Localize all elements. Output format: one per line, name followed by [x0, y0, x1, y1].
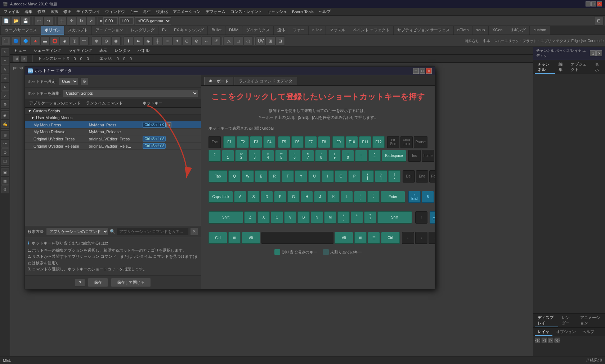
show-manip[interactable]: ⚙ — [1, 185, 9, 193]
key-q[interactable]: Q — [228, 170, 241, 183]
key-num4[interactable]: 4End — [408, 191, 421, 203]
ipr-render[interactable]: ▦ — [1, 177, 9, 185]
key-enter[interactable]: Enter — [381, 191, 405, 203]
universal-manip[interactable]: ⊕ — [1, 100, 9, 108]
menu-visualize[interactable]: 視覚化 — [154, 8, 170, 15]
edit-hotkey-select[interactable]: Custom Scripts アプリケーションのコマンド — [63, 89, 198, 97]
key-h[interactable]: H — [301, 191, 313, 203]
key-i[interactable]: I — [322, 170, 334, 183]
gamma-select[interactable]: sRGB gamma — [135, 17, 171, 24]
tab-display[interactable]: 表示 — [592, 61, 604, 74]
tab-layer-help[interactable]: ヘルプ — [579, 328, 597, 336]
lighting-menu[interactable]: ライティング — [66, 47, 94, 54]
table-row[interactable]: Original UVediter Release originalUVEdit… — [25, 143, 201, 150]
tab-dmm[interactable]: DMM — [225, 26, 242, 35]
key-right[interactable]: → — [429, 232, 435, 244]
dialog-close[interactable]: ✕ — [426, 68, 432, 74]
hist-btn[interactable]: ⊟ — [594, 16, 604, 26]
menu-file[interactable]: ファイル — [1, 8, 22, 15]
key-f12[interactable]: F12 — [372, 136, 385, 148]
poly-pipe[interactable]: ◫ — [70, 36, 79, 46]
key-j[interactable]: J — [314, 191, 326, 203]
key-f7[interactable]: F7 — [305, 136, 317, 148]
key-0[interactable]: )0 — [342, 150, 354, 162]
key-g[interactable]: G — [287, 191, 300, 203]
key-win-left[interactable]: ⊞ — [228, 232, 241, 244]
tab-display-layer[interactable]: ディスプレイ — [535, 314, 558, 327]
snap-point[interactable]: ⊙ — [1, 148, 9, 156]
bridge-btn[interactable]: ⬌ — [134, 36, 143, 46]
key-k[interactable]: K — [327, 191, 340, 203]
key-7[interactable]: &7 — [302, 150, 314, 162]
key-pause[interactable]: Pause — [414, 136, 427, 148]
key-semicolon[interactable]: :; — [354, 191, 366, 203]
key-left[interactable]: ← — [402, 232, 414, 244]
key-ctrl-left[interactable]: Ctrl — [209, 232, 227, 244]
key-shift-right[interactable]: Shift — [377, 211, 412, 224]
extrude-btn[interactable]: ⬆ — [124, 36, 133, 46]
tab-subdivision[interactable]: サブディビジョン サーフェス — [394, 26, 453, 35]
move-btn[interactable]: ✛ — [67, 16, 76, 26]
tab-anim-layer[interactable]: アニメーション — [577, 314, 604, 327]
new-btn[interactable]: 📄 — [1, 16, 11, 26]
bevel-btn[interactable]: ◈ — [143, 36, 153, 46]
flip-btn[interactable]: ↔ — [202, 36, 211, 46]
tab-paint-effects[interactable]: ペイント エフェクト — [349, 26, 393, 35]
key-num1[interactable]: 1End — [430, 211, 435, 224]
key-9[interactable]: (9 — [328, 150, 341, 162]
key-w[interactable]: W — [242, 170, 254, 183]
menu-constraint[interactable]: コンストレイント — [228, 8, 264, 15]
key-equals[interactable]: += — [368, 150, 381, 162]
menu-deform[interactable]: デフォーム — [203, 8, 228, 15]
menu-create[interactable]: 作成 — [35, 8, 48, 15]
key-p[interactable]: P — [348, 170, 360, 183]
poly-torus[interactable]: ⭕ — [50, 36, 59, 46]
key-d[interactable]: D — [261, 191, 273, 203]
tab-curve-surface[interactable]: カーブ/サーフェス — [1, 26, 41, 35]
sculpt-tool[interactable]: ✍ — [1, 120, 9, 128]
key-f5[interactable]: F5 — [278, 136, 290, 148]
poly-cyl[interactable]: 🔷 — [21, 36, 30, 46]
menu-play[interactable]: 再生 — [141, 8, 153, 15]
poly-prism[interactable]: ◈ — [60, 36, 69, 46]
soft-mod-tool[interactable]: ◉ — [1, 111, 9, 119]
table-row[interactable]: My Menu Press MyMenu_Press Ctrl+Shift+X … — [25, 121, 201, 129]
group-custom-scripts[interactable]: ▼ Custom Scripts — [25, 108, 201, 114]
search-clear-btn[interactable]: ✕ — [190, 228, 198, 235]
tab-edit[interactable]: 編集 — [556, 61, 567, 74]
dialog-minimize[interactable]: ─ — [413, 68, 419, 74]
key-lbracket[interactable]: {[ — [362, 170, 374, 183]
channel-box-close[interactable]: ✕ — [596, 50, 602, 56]
rotate-tool[interactable]: ↻ — [1, 83, 9, 91]
insert-edge-btn[interactable]: ┼ — [153, 36, 162, 46]
poly-helix[interactable]: 〰 — [79, 36, 89, 46]
planar-map-btn[interactable]: ⊞ — [266, 36, 275, 46]
key-f9[interactable]: F9 — [332, 136, 345, 148]
panels-menu[interactable]: パネル — [135, 47, 152, 54]
key-f8[interactable]: F8 — [318, 136, 330, 148]
tab-rendering[interactable]: レンダリング — [127, 26, 158, 35]
hist-forward-icon[interactable]: ▷ — [21, 55, 27, 62]
key-f2[interactable]: F2 — [237, 136, 249, 148]
key-home[interactable]: home — [422, 150, 434, 162]
key-f1[interactable]: F1 — [223, 136, 236, 148]
key-f6[interactable]: F6 — [291, 136, 304, 148]
offset-edge-btn[interactable]: ≡ — [163, 36, 172, 46]
menu-help[interactable]: ヘルプ — [317, 8, 333, 15]
tab-dynamics[interactable]: ダイナミクス — [242, 26, 273, 35]
hotkey-setting-select[interactable]: User — [59, 77, 78, 85]
table-row[interactable]: Original UVediter Press originalUVEditer… — [25, 135, 201, 143]
search-method-select[interactable]: アプリケーションのコマンド — [46, 228, 108, 235]
cylindrical-map-btn[interactable]: ⊟ — [275, 36, 285, 46]
key-comma[interactable]: <, — [337, 211, 350, 224]
key-l[interactable]: L — [341, 191, 353, 203]
collapse-btn[interactable]: ⊘ — [192, 36, 201, 46]
layer-next[interactable]: ▷ — [548, 337, 554, 343]
key-num5[interactable]: 5 — [422, 191, 434, 203]
snap-curve[interactable]: 〜 — [1, 140, 9, 148]
key-f11[interactable]: F11 — [359, 136, 371, 148]
triangulate-btn[interactable]: △ — [224, 36, 233, 46]
maximize-btn[interactable]: □ — [591, 1, 596, 6]
key-shift-left[interactable]: Shift — [209, 211, 243, 224]
hotkey-editor-dialog[interactable]: ⌨ ホットキー エディタ ─ □ ✕ — [24, 66, 435, 289]
